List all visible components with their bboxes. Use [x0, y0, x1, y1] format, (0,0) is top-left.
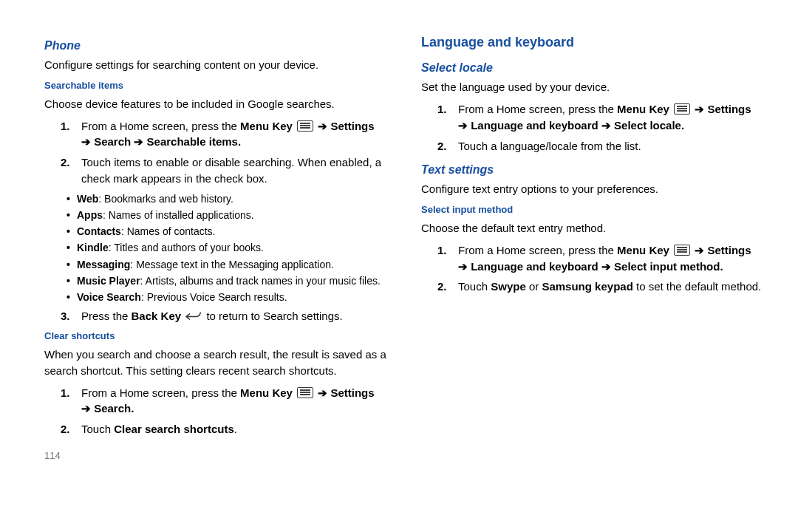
menu-key-icon	[297, 120, 313, 132]
text-settings-body: Configure text entry options to your pre…	[421, 181, 768, 197]
period: .	[238, 135, 241, 148]
period: .	[681, 119, 684, 132]
settings-label: Settings	[707, 244, 751, 256]
period: .	[234, 423, 237, 435]
si-step3-suffix: to return to Search settings.	[206, 310, 342, 322]
bullet-voice: Voice Search: Previous Voice Search resu…	[66, 290, 392, 304]
menu-key-label: Menu Key	[240, 120, 293, 132]
clear-shortcuts-body: When you search and choose a search resu…	[44, 347, 392, 379]
si-step-3: Press the Back Key to return to Search s…	[61, 308, 392, 324]
menu-key-label: Menu Key	[240, 386, 293, 399]
searchable-items-label: Searchable items	[147, 135, 238, 148]
arrow-icon: ➔	[81, 402, 91, 415]
select-input-steps: From a Home screen, press the Menu Key ➔…	[437, 242, 768, 295]
sl-step-1: From a Home screen, press the Menu Key ➔…	[437, 101, 768, 134]
settings-label: Settings	[330, 120, 374, 132]
sim-step1-prefix: From a Home screen, press the	[458, 244, 617, 256]
back-key-label: Back Key	[132, 310, 182, 322]
swype-label: Swype	[491, 280, 526, 293]
cs-step-1: From a Home screen, press the Menu Key ➔…	[61, 385, 392, 417]
cs-step1-prefix: From a Home screen, press the	[81, 386, 240, 399]
si-step-1: From a Home screen, press the Menu Key ➔…	[61, 118, 392, 151]
sl-step-2: Touch a language/locale from the list.	[437, 138, 768, 154]
clear-shortcuts-steps: From a Home screen, press the Menu Key ➔…	[61, 385, 392, 437]
settings-label: Settings	[330, 386, 374, 399]
phone-heading: Phone	[44, 37, 392, 54]
sl-step1-prefix: From a Home screen, press the	[458, 103, 617, 115]
si-step1-prefix: From a Home screen, press the	[81, 120, 240, 132]
period: .	[720, 260, 723, 273]
searchable-items-steps: From a Home screen, press the Menu Key ➔…	[61, 118, 392, 187]
sim-step-2: Touch Swype or Samsung keypad to set the…	[437, 279, 768, 295]
clear-shortcuts-heading: Clear shortcuts	[44, 330, 392, 344]
bullet-web: Web: Bookmarks and web history.	[66, 191, 392, 206]
samsung-keypad-label: Samsung keypad	[542, 280, 632, 293]
arrow-icon: ➔	[601, 119, 611, 132]
language-keyboard-heading: Language and keyboard	[421, 33, 768, 52]
search-label: Search	[94, 135, 131, 148]
search-label: Search	[94, 402, 131, 415]
si-step3-prefix: Press the	[81, 310, 132, 322]
select-locale-steps: From a Home screen, press the Menu Key ➔…	[437, 101, 768, 154]
left-column: Phone Configure settings for searching c…	[44, 30, 392, 463]
bullet-kindle: Kindle: Titles and authors of your books…	[66, 240, 392, 255]
lang-keyboard-label: Language and keyboard	[471, 119, 598, 132]
select-input-label: Select input method	[614, 260, 720, 273]
sim-step2-prefix: Touch	[458, 280, 491, 293]
select-locale-label: Select locale	[614, 119, 681, 132]
text-settings-heading: Text settings	[421, 161, 768, 178]
bullet-messaging: Messaging: Message text in the Messaging…	[66, 257, 392, 272]
page: Phone Configure settings for searching c…	[0, 0, 798, 478]
arrow-icon: ➔	[318, 386, 327, 399]
back-key-icon	[185, 312, 202, 321]
menu-key-icon	[297, 387, 313, 398]
arrow-icon: ➔	[458, 119, 468, 132]
menu-key-icon	[674, 245, 690, 256]
arrow-icon: ➔	[695, 103, 704, 115]
menu-key-label: Menu Key	[617, 103, 669, 115]
menu-key-label: Menu Key	[617, 244, 669, 256]
select-input-body: Choose the default text entry method.	[421, 220, 768, 236]
lang-keyboard-label: Language and keyboard	[471, 260, 598, 273]
arrow-icon: ➔	[601, 260, 611, 273]
searchable-items-steps-cont: Press the Back Key to return to Search s…	[61, 308, 392, 324]
or-label: or	[529, 280, 542, 293]
select-locale-heading: Select locale	[421, 59, 768, 76]
right-column: Language and keyboard Select locale Set …	[421, 30, 768, 463]
menu-key-icon	[674, 103, 690, 115]
searchable-items-body: Choose device features to be included in…	[44, 96, 392, 112]
searchable-items-heading: Searchable items	[44, 79, 392, 93]
select-locale-body: Set the language used by your device.	[421, 79, 768, 95]
searchable-bullets: Web: Bookmarks and web history. Apps: Na…	[66, 191, 392, 305]
phone-body: Configure settings for searching content…	[44, 57, 392, 73]
arrow-icon: ➔	[81, 135, 91, 148]
cs-step-2: Touch Clear search shortcuts.	[61, 421, 392, 437]
cs-step2-prefix: Touch	[81, 423, 114, 435]
period: .	[131, 402, 134, 415]
page-number: 114	[44, 449, 392, 463]
arrow-icon: ➔	[134, 135, 143, 148]
bullet-apps: Apps: Names of installed applications.	[66, 208, 392, 222]
arrow-icon: ➔	[695, 244, 704, 256]
sim-step-1: From a Home screen, press the Menu Key ➔…	[437, 242, 768, 275]
si-step-2: Touch items to enable or disable searchi…	[61, 154, 392, 187]
select-input-heading: Select input method	[421, 203, 768, 217]
arrow-icon: ➔	[458, 260, 468, 273]
clear-search-shortcuts-label: Clear search shortcuts	[114, 423, 234, 435]
settings-label: Settings	[707, 103, 751, 115]
arrow-icon: ➔	[318, 120, 327, 132]
sim-step2-suffix: to set the default method.	[636, 280, 761, 293]
bullet-music: Music Player: Artists, albums and track …	[66, 273, 392, 288]
bullet-contacts: Contacts: Names of contacts.	[66, 224, 392, 239]
